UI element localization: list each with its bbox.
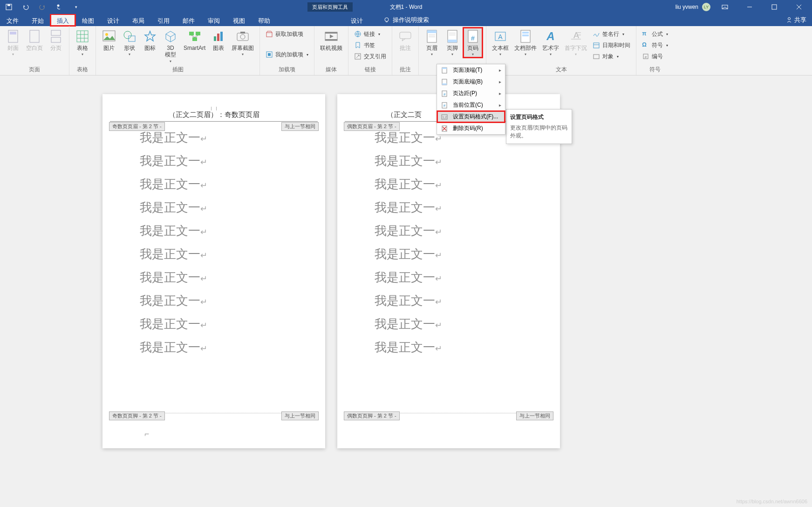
tab-help[interactable]: 帮助 [252,14,277,26]
ribbon-options-icon[interactable] [714,0,735,14]
tab-mail[interactable]: 邮件 [176,14,201,26]
group-media: 联机视频 媒体 [314,26,348,75]
header-button[interactable]: 页眉▾ [423,28,441,57]
body-line[interactable]: 我是正文一 [375,336,523,360]
svg-rect-59 [522,34,529,36]
menu-current-pos[interactable]: #当前位置(C)▸ [437,99,505,111]
blank-page-button[interactable]: 空白页 [24,28,45,52]
save-icon[interactable] [5,3,13,11]
quickparts-button[interactable]: 文档部件▾ [512,28,539,57]
body-line[interactable]: 我是正文一 [140,243,288,267]
body-line[interactable]: 我是正文一 [375,313,523,336]
body-line[interactable]: 我是正文一 [375,220,523,243]
tab-design[interactable]: 设计 [101,14,126,26]
undo-icon[interactable] [21,3,30,11]
tab-draw[interactable]: 绘图 [75,14,101,26]
equation-button[interactable]: π公式▾ [640,29,670,39]
share-button[interactable]: 共享 [780,14,812,26]
number-button[interactable]: #编号 [640,51,670,62]
cover-page-button[interactable]: 封面▾ [4,28,22,57]
svg-rect-27 [192,37,197,41]
textbox-button[interactable]: A文本框▾ [490,28,511,57]
page-left[interactable]: （正文二页眉）：奇数页页眉 奇数页页眉 - 第 2 节 - 与上一节相同 我是正… [102,94,325,448]
touch-mode-icon[interactable] [55,3,63,11]
datetime-button[interactable]: 日期和时间 [591,40,632,50]
tab-layout[interactable]: 布局 [126,14,151,26]
footer-button[interactable]: 页脚▾ [443,28,462,57]
menu-page-top[interactable]: 页面顶端(T)▸ [437,64,505,76]
tab-file[interactable]: 文件 [0,14,25,26]
avatar[interactable]: LY [702,3,710,11]
body-line[interactable]: 我是正文一 [140,173,288,197]
3d-model-button[interactable]: 3D 模型▾ [161,28,180,64]
svg-rect-33 [237,33,248,41]
body-line[interactable]: 我是正文一 [140,150,288,173]
svg-point-22 [105,33,108,36]
page-number-button[interactable]: #页码▾ [464,28,482,57]
minimize-icon[interactable] [739,0,760,14]
user-name[interactable]: liu yvwen [676,4,698,10]
menu-format-pagenum[interactable]: 1,2设置页码格式(F)... [437,111,505,123]
page-right[interactable]: （正文二页 偶数页页眉 - 第 2 节 - 我是正文一我是正文一我是正文一我是正… [337,94,560,448]
tab-review[interactable]: 审阅 [201,14,226,26]
wordart-button[interactable]: A艺术字▾ [540,28,561,57]
chart-button[interactable]: 图表 [209,28,228,52]
body-line[interactable]: 我是正文一 [375,267,523,290]
body-line[interactable]: 我是正文一 [140,313,288,336]
svg-text:#: # [444,103,446,108]
tab-references[interactable]: 引用 [151,14,176,26]
body-line[interactable]: 我是正文一 [140,290,288,313]
symbol-button[interactable]: Ω符号▾ [640,40,670,50]
body-line[interactable]: 我是正文一 [375,290,523,313]
svg-text:#: # [471,34,475,42]
group-symbols-label: 符号 [636,66,674,75]
tell-me-search[interactable]: 操作说明搜索 [383,14,429,26]
svg-text:1,2: 1,2 [442,116,447,119]
smartart-button[interactable]: SmartArt [182,28,207,52]
tab-home[interactable]: 开始 [25,14,50,26]
redo-icon[interactable] [38,3,47,11]
menu-remove-pagenum[interactable]: 删除页码(R) [437,123,505,134]
object-button[interactable]: 对象▾ [591,51,632,62]
body-line[interactable]: 我是正文一 [375,243,523,267]
menu-page-bottom[interactable]: 页面底端(B)▸ [437,76,505,88]
tab-hf-design[interactable]: 设计 [344,14,369,26]
tab-insert[interactable]: 插入 [50,14,75,26]
my-addins-button[interactable]: 我的加载项▾ [264,49,310,60]
icons-button[interactable]: 图标 [141,28,159,52]
page-body[interactable]: 我是正文一我是正文一我是正文一我是正文一我是正文一我是正文一我是正文一我是正文一… [375,127,523,360]
signature-icon [593,30,600,38]
marker-same-br2: 与上一节相同 [516,411,553,420]
body-line[interactable]: 我是正文一 [140,197,288,220]
contextual-tab-label: 页眉和页脚工具 [307,2,353,12]
comment-button[interactable]: 批注 [396,28,415,52]
body-line[interactable]: 我是正文一 [375,173,523,197]
page-header-left[interactable]: （正文二页眉）：奇数页页眉 [110,110,318,122]
tab-view[interactable]: 视图 [226,14,252,26]
table-button[interactable]: 表格▾ [73,28,92,57]
body-line[interactable]: 我是正文一 [375,197,523,220]
qat-customize-icon[interactable]: ▾ [72,3,80,11]
page-body[interactable]: 我是正文一我是正文一我是正文一我是正文一我是正文一我是正文一我是正文一我是正文一… [140,127,288,360]
body-line[interactable]: 我是正文一 [140,220,288,243]
body-line[interactable]: 我是正文一 [140,267,288,290]
page-break-button[interactable]: 分页 [47,28,65,52]
svg-rect-67 [594,55,599,59]
signature-button[interactable]: 签名行▾ [591,29,632,39]
menu-page-margin[interactable]: #页边距(P)▸ [437,88,505,99]
page-top-icon [441,67,448,74]
screenshot-button[interactable]: 屏幕截图▾ [230,28,256,57]
get-addins-button[interactable]: 获取加载项 [264,29,310,39]
online-video-button[interactable]: 联机视频 [318,28,344,52]
dropcap-button[interactable]: A首字下沉▾ [563,28,589,57]
maximize-icon[interactable] [764,0,785,14]
shapes-button[interactable]: 形状▾ [120,28,139,57]
bookmark-button[interactable]: 书签 [352,40,388,50]
close-icon[interactable] [788,0,809,14]
body-line[interactable]: 我是正文一 [140,336,288,360]
picture-button[interactable]: 图片 [100,28,118,52]
crossref-button[interactable]: 交叉引用 [352,51,388,62]
link-button[interactable]: 链接▾ [352,29,388,39]
store-icon [266,30,273,38]
body-line[interactable]: 我是正文一 [375,150,523,173]
